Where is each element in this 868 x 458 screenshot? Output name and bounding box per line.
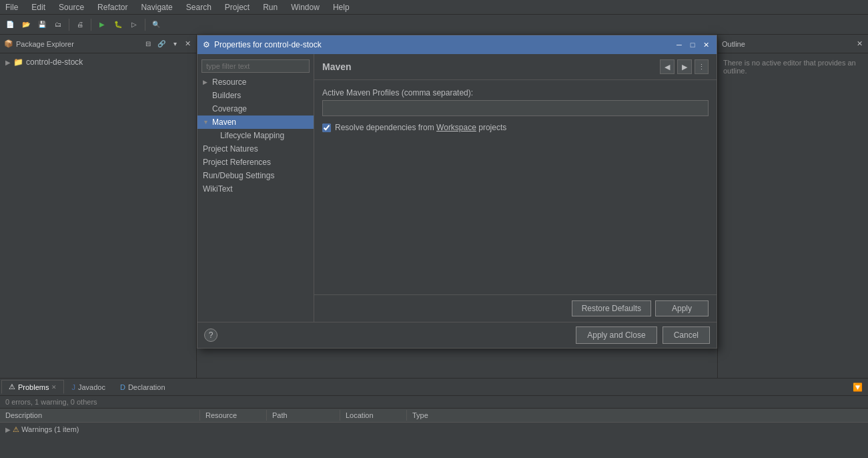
link-editor-button[interactable]: 🔗 — [155, 38, 167, 50]
tab-javadoc[interactable]: J Javadoc — [64, 381, 112, 394]
print-button[interactable]: 🖨 — [73, 17, 87, 32]
content-title: Maven — [322, 61, 352, 72]
tab-declaration[interactable]: D Declaration — [113, 381, 173, 394]
apply-close-button[interactable]: Apply and Close — [576, 326, 657, 344]
project-tree: ▶ 📁 control-de-stock — [0, 53, 196, 71]
filter-icon[interactable]: 🔽 — [853, 383, 863, 392]
warnings-row-path — [267, 429, 340, 431]
dialog-right-header: Maven ◀ ▶ ⋮ — [314, 54, 717, 80]
expand-arrow: ▶ — [5, 59, 11, 66]
run-last-button[interactable]: ▷ — [127, 17, 141, 32]
warning-icon: ⚠ — [13, 425, 21, 433]
menu-run[interactable]: Run — [260, 1, 280, 13]
dialog-nav: ▶ Resource Builders Coverage ▼ Maven Lif… — [197, 54, 314, 322]
search-button[interactable]: 🔍 — [149, 17, 163, 32]
project-item[interactable]: ▶ 📁 control-de-stock — [3, 56, 193, 68]
menu-file[interactable]: File — [3, 1, 21, 13]
nav-back-button[interactable]: ◀ — [660, 59, 675, 74]
warnings-row-type — [407, 429, 474, 431]
view-menu-button[interactable]: ▾ — [169, 38, 181, 50]
dialog-title-buttons: ─ □ ✕ — [674, 39, 711, 50]
package-explorer-header: 📦 Package Explorer ⊟ 🔗 ▾ ✕ — [0, 35, 196, 53]
col-description: Description — [0, 410, 200, 421]
menu-window[interactable]: Window — [288, 1, 322, 13]
new-button[interactable]: 📄 — [3, 17, 17, 32]
menu-project[interactable]: Project — [222, 1, 252, 13]
declaration-tab-label: Declaration — [128, 383, 165, 391]
problems-tab-label: Problems — [18, 383, 49, 391]
nav-item-coverage[interactable]: Coverage — [197, 102, 314, 116]
nav-more-button[interactable]: ⋮ — [695, 59, 709, 74]
profiles-section: Active Maven Profiles (comma separated): — [322, 88, 709, 116]
warnings-row-location — [340, 429, 407, 431]
warnings-row-desc: ▶ ⚠ Warnings (1 item) — [0, 424, 200, 435]
dialog-content: ▶ Resource Builders Coverage ▼ Maven Lif… — [197, 54, 717, 322]
row-expand-icon: ▶ — [5, 426, 11, 433]
profiles-input[interactable] — [322, 100, 709, 116]
menu-source[interactable]: Source — [56, 1, 87, 13]
profiles-label: Active Maven Profiles (comma separated): — [322, 88, 709, 97]
nav-item-project-references[interactable]: Project References — [197, 156, 314, 169]
nav-forward-button[interactable]: ▶ — [677, 59, 692, 74]
nav-item-lifecycle[interactable]: Lifecycle Mapping — [197, 129, 314, 142]
dialog-body: Active Maven Profiles (comma separated):… — [314, 80, 717, 294]
outline-title: Outline — [722, 40, 853, 48]
dialog-action-bar: ? Apply and Close Cancel — [197, 322, 717, 348]
nav-item-project-natures[interactable]: Project Natures — [197, 142, 314, 156]
nav-item-maven[interactable]: ▼ Maven — [197, 116, 314, 129]
dialog-title: Properties for control-de-stock — [214, 40, 670, 49]
col-path: Path — [267, 410, 340, 421]
dialog-close[interactable]: ✕ — [701, 39, 711, 50]
dialog-titlebar: ⚙ Properties for control-de-stock ─ □ ✕ — [197, 35, 717, 54]
content-nav-buttons: ◀ ▶ ⋮ — [660, 59, 709, 74]
outline-message: There is no active editor that provides … — [718, 53, 868, 80]
resolve-checkbox-row: Resolve dependencies from Workspace proj… — [322, 123, 709, 132]
menu-search[interactable]: Search — [183, 1, 214, 13]
menu-refactor[interactable]: Refactor — [95, 1, 130, 13]
save-button[interactable]: 💾 — [35, 17, 49, 32]
nav-item-wikitext[interactable]: WikiText — [197, 182, 314, 196]
warnings-row-resource — [200, 429, 267, 431]
problems-tab-close[interactable]: ✕ — [51, 384, 57, 391]
nav-item-resource[interactable]: ▶ Resource — [197, 75, 314, 89]
menu-navigate[interactable]: Navigate — [138, 1, 175, 13]
resolve-checkbox[interactable] — [322, 124, 331, 132]
resolve-label: Resolve dependencies from Workspace proj… — [335, 123, 506, 132]
tab-problems[interactable]: ⚠ Problems ✕ — [1, 380, 64, 394]
menu-help[interactable]: Help — [330, 1, 352, 13]
nav-item-rundebug[interactable]: Run/Debug Settings — [197, 169, 314, 182]
project-icon: 📁 — [13, 57, 23, 67]
cancel-button[interactable]: Cancel — [663, 326, 710, 344]
collapse-all-button[interactable]: ⊟ — [142, 38, 154, 50]
dialog-icon: ⚙ — [203, 40, 210, 49]
nav-filter-input[interactable] — [201, 59, 310, 73]
save-all-button[interactable]: 🗂 — [51, 17, 65, 32]
help-button[interactable]: ? — [204, 328, 218, 342]
javadoc-tab-icon: J — [71, 383, 75, 391]
package-explorer-icon: 📦 — [4, 39, 13, 48]
dialog-maximize[interactable]: □ — [687, 39, 698, 50]
properties-dialog: ⚙ Properties for control-de-stock ─ □ ✕ … — [197, 35, 717, 349]
nav-item-builders[interactable]: Builders — [197, 89, 314, 102]
col-type: Type — [407, 410, 474, 421]
outline-close[interactable]: ✕ — [855, 38, 864, 49]
problems-tab-icon: ⚠ — [9, 383, 15, 391]
resource-expand: ▶ — [203, 79, 209, 85]
dialog-footer: Restore Defaults Apply — [314, 294, 717, 322]
dialog-minimize[interactable]: ─ — [674, 39, 685, 50]
panel-icons: ⊟ 🔗 ▾ — [142, 38, 181, 50]
open-button[interactable]: 📂 — [19, 17, 33, 32]
run-button[interactable]: ▶ — [95, 17, 109, 32]
apply-button[interactable]: Apply — [655, 300, 709, 316]
toolbar-separator-2 — [91, 19, 91, 31]
col-location: Location — [340, 410, 407, 421]
package-explorer-close[interactable]: ✕ — [183, 38, 192, 49]
menu-edit[interactable]: Edit — [29, 1, 48, 13]
toolbar-separator-3 — [145, 19, 145, 31]
dialog-right: Maven ◀ ▶ ⋮ Active Maven Profiles (comma… — [314, 54, 717, 322]
restore-defaults-button[interactable]: Restore Defaults — [572, 300, 651, 316]
toolbar: 📄 📂 💾 🗂 🖨 ▶ 🐛 ▷ 🔍 — [0, 15, 868, 35]
table-row[interactable]: ▶ ⚠ Warnings (1 item) — [0, 423, 868, 437]
debug-button[interactable]: 🐛 — [111, 17, 125, 32]
package-explorer-title: Package Explorer — [16, 40, 139, 48]
